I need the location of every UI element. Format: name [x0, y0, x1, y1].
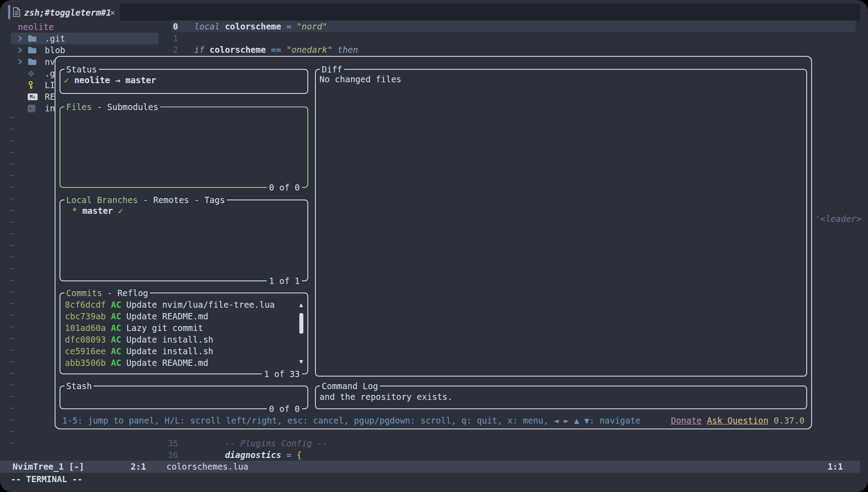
command-log-panel[interactable]: Command Log and the repository exists. — [315, 386, 807, 409]
commits-panel[interactable]: Commits - Reflog 8cf6dcdf AC Update nvim… — [60, 293, 308, 374]
ask-question-link[interactable]: Ask Question — [707, 416, 768, 425]
tilde-empty-line: ~ — [9, 251, 14, 263]
tree-item-blob[interactable]: blob — [11, 44, 158, 56]
git-file-icon — [28, 70, 39, 77]
commit-author-badge: AC — [111, 358, 121, 368]
branch-row[interactable]: * master ✓ — [72, 205, 123, 216]
vim-mode-indicator: -- TERMINAL -- — [11, 473, 82, 485]
scroll-up-icon[interactable]: ▲ — [298, 299, 305, 310]
tilde-empty-line: ~ — [9, 321, 14, 332]
statusline-filename: colorschemes.lua — [166, 461, 248, 473]
editor-line: 2if colorscheme == "onedark" then — [152, 44, 855, 55]
diff-panel[interactable]: Diff No changed files — [315, 69, 807, 377]
tilde-empty-line: ~ — [9, 216, 14, 228]
line-number: 2 — [152, 44, 178, 55]
commit-hash: abb3506b — [65, 358, 106, 368]
line-number: 35 — [152, 437, 178, 449]
stash-count: 0 of 0 — [267, 403, 302, 415]
commit-author-badge: AC — [111, 346, 121, 356]
status-panel[interactable]: Status ✓ neolite → master — [60, 69, 308, 94]
commit-row[interactable]: 101ad60a AC Lazy git commit — [65, 322, 294, 334]
tab-terminal[interactable]: zsh;#toggleterm#1 — [24, 7, 111, 18]
editor-line: 0local colorscheme = "nord" — [152, 21, 855, 32]
line-text: if colorscheme == "onedark" then — [186, 44, 358, 55]
tilde-empty-line: ~ — [9, 286, 14, 297]
statusline-cursor-left: 2:1 — [131, 461, 146, 473]
tilde-empty-line: ~ — [9, 135, 14, 146]
stash-panel-title: Stash — [64, 380, 94, 392]
editor-line: 36diagnostics = { — [152, 449, 855, 461]
chevron-right-icon — [18, 35, 28, 42]
tilde-empty-line: ~ — [9, 344, 14, 356]
lazygit-keybindings-bar: 1-5: jump to panel, H/L: scroll left/rig… — [62, 415, 804, 426]
commits-scrollbar[interactable]: ▲ ▼ — [298, 299, 305, 367]
donate-link[interactable]: Donate — [671, 416, 702, 425]
lazygit-version: 0.37.0 — [774, 416, 804, 425]
tilde-empty-line: ~ — [9, 228, 14, 239]
commit-author-badge: AC — [111, 335, 121, 344]
tilde-empty-line: ~ — [9, 111, 14, 123]
tab-close-icon[interactable]: × — [110, 7, 115, 18]
folder-icon — [28, 35, 39, 42]
commit-message: Update README.md — [126, 311, 208, 321]
commit-message: Lazy git commit — [126, 323, 203, 333]
files-panel[interactable]: Files - Submodules 0 of 0 — [60, 106, 308, 188]
tabline-background — [120, 4, 860, 21]
tree-item-label: blob — [45, 44, 65, 56]
status-panel-title: Status — [64, 64, 99, 75]
line-number: 36 — [152, 449, 178, 461]
chevron-right-icon — [18, 47, 28, 54]
editor-line: 1 — [152, 32, 855, 44]
editor-line: 35-- Plugins Config -- — [152, 437, 855, 449]
tilde-empty-line: ~ — [9, 274, 14, 286]
files-panel-title: Files - Submodules — [64, 101, 160, 113]
commit-hash: 8cf6dcdf — [65, 300, 106, 310]
commit-row[interactable]: 8cf6dcdf AC Update nvim/lua/file-tree.lu… — [65, 299, 294, 310]
line-number: 1 — [152, 32, 178, 44]
tilde-empty-line: ~ — [9, 123, 14, 135]
commit-message: Update install.sh — [126, 335, 213, 344]
chevron-right-icon — [18, 58, 28, 65]
branches-panel-title: Local Branches - Remotes - Tags — [64, 194, 227, 206]
tilde-empty-line: ~ — [9, 332, 14, 344]
commit-message: Update nvim/lua/file-tree.lua — [126, 300, 275, 310]
commit-row[interactable]: cbc739ab AC Update README.md — [65, 310, 294, 322]
command-log-content: and the repository exists. — [319, 391, 452, 403]
tilde-empty-line: ~ — [9, 379, 14, 390]
stash-panel[interactable]: Stash 0 of 0 — [60, 386, 308, 409]
commit-row[interactable]: ce5916ee AC Update install.sh — [65, 345, 294, 357]
scrollbar-thumb[interactable] — [299, 313, 303, 334]
commit-author-badge: AC — [111, 300, 121, 310]
lazygit-float-window: Status ✓ neolite → master Files - Submod… — [55, 56, 812, 429]
folder-icon — [28, 58, 39, 65]
tilde-empty-line: ~ — [9, 204, 14, 216]
markdown-icon: M↓ — [28, 93, 39, 100]
active-tab-indicator — [8, 5, 10, 19]
tilde-empty-line: ~ — [9, 181, 14, 193]
commit-message: Update README.md — [126, 358, 208, 368]
line-text: local colorscheme = "nord" — [186, 21, 327, 32]
filetree-root[interactable]: neolite — [18, 21, 54, 33]
commit-hash: 101ad60a — [65, 323, 106, 333]
tilde-empty-line: ~ — [9, 297, 14, 309]
commit-message: Update install.sh — [126, 346, 213, 356]
tilde-empty-line: ~ — [9, 239, 14, 251]
statusline-buffer-name: NvimTree_1 [-] — [13, 461, 84, 473]
commit-hash: ce5916ee — [65, 346, 106, 356]
tilde-empty-line: ~ — [9, 425, 14, 437]
tree-item-git[interactable]: .git — [11, 33, 158, 44]
tilde-empty-line: ~ — [9, 146, 14, 158]
tilde-empty-line: ~ — [9, 390, 14, 402]
line-text: diagnostics = { — [186, 449, 302, 461]
key-icon — [28, 81, 39, 89]
branches-panel[interactable]: Local Branches - Remotes - Tags * master… — [60, 199, 308, 281]
commit-author-badge: AC — [111, 311, 121, 321]
commit-row[interactable]: dfc08093 AC Update install.sh — [65, 334, 294, 345]
status-branch-row: ✓ neolite → master — [64, 74, 156, 86]
commit-author-badge: AC — [111, 323, 121, 333]
files-count: 0 of 0 — [267, 182, 302, 193]
scroll-down-icon[interactable]: ▼ — [298, 356, 305, 367]
commit-row[interactable]: abb3506b AC Update README.md — [65, 357, 294, 369]
document-icon — [13, 7, 21, 17]
commits-panel-title: Commits - Reflog — [64, 287, 150, 299]
